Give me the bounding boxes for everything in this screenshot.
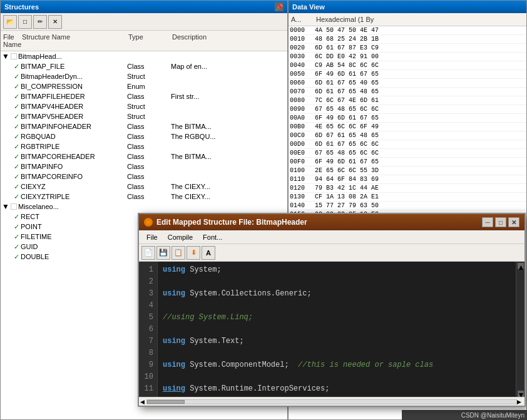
- tree-row[interactable]: ✓ BITMAPCOREINFO Class: [1, 172, 287, 182]
- row-struct-name: BITMAPV5HEADER: [19, 112, 126, 121]
- copy-button[interactable]: 📋: [171, 246, 185, 260]
- scrollbar-down[interactable]: ▼: [518, 391, 524, 397]
- data-address: 0040: [290, 62, 315, 69]
- data-row: 00F0 6F 49 6D 61 67 65: [289, 158, 526, 166]
- menu-font[interactable]: Font...: [198, 233, 227, 242]
- modal-title-left: Edit Mapped Structure File: BitmapHeader: [144, 218, 307, 227]
- check-icon: ✓: [14, 73, 19, 81]
- data-hex-values: 48 68 25 24 2B 1B: [315, 36, 525, 43]
- line-number: 6: [143, 324, 153, 335]
- row-desc: [170, 142, 287, 151]
- row-type: Class: [126, 182, 170, 191]
- code-line: [163, 324, 511, 335]
- data-hex-values: 2E 65 6C 6C 55 3D: [315, 167, 525, 174]
- modal-minimize-button[interactable]: ─: [482, 217, 493, 227]
- row-struct-name: BITMAP_FILE: [19, 62, 126, 71]
- data-hex-values: 6D 67 61 65 48 65: [315, 132, 525, 139]
- col-header-filename: File Name: [1, 32, 19, 49]
- data-hex-values: 67 65 48 65 6C 6C: [315, 106, 525, 113]
- row-struct-name: RECT: [19, 212, 126, 221]
- new-file-button[interactable]: 📄: [141, 246, 155, 260]
- line-number: 10: [143, 371, 153, 383]
- check-icon: ✓: [14, 253, 19, 261]
- tree-row[interactable]: ✓ BITMAPINFO Class: [1, 161, 287, 172]
- row-struct-name: GUID: [19, 242, 126, 251]
- menu-file[interactable]: File: [141, 233, 163, 242]
- modal-maximize-button[interactable]: □: [495, 217, 506, 227]
- tree-row[interactable]: ✓ BITMAPV5HEADER Struct: [1, 111, 287, 121]
- tree-group-BitmapHead...[interactable]: ▼ BitmapHead...: [1, 51, 287, 61]
- data-hex-values: 67 65 48 65 6C 6C: [315, 150, 525, 156]
- data-address: 0010: [290, 36, 315, 43]
- tree-row[interactable]: ✓ CIEXYZTRIPLE Class The CIEXY...: [1, 192, 287, 202]
- data-hex-values: 6D 61 67 65 40 65: [315, 79, 525, 86]
- download-button[interactable]: ⬇: [187, 246, 200, 260]
- font-button[interactable]: A: [202, 246, 215, 260]
- code-line: [163, 347, 511, 359]
- tree-row[interactable]: ✓ CIEXYZ Class The CIEXY...: [1, 182, 287, 192]
- modal-titlebar: Edit Mapped Structure File: BitmapHeader…: [139, 214, 524, 230]
- tree-row[interactable]: ✓ RGBQUAD Class The RGBQU...: [1, 131, 287, 141]
- data-row: 0040 C9 AB 54 8C 6C 6C: [289, 61, 526, 70]
- data-address: 00E0: [290, 150, 315, 156]
- menu-compile[interactable]: Compile: [163, 233, 198, 242]
- edit-button[interactable]: ✏: [33, 15, 47, 29]
- row-struct-name: RGBQUAD: [19, 132, 126, 141]
- row-struct-name: FILETIME: [19, 232, 126, 241]
- open-button[interactable]: 📂: [3, 15, 17, 29]
- check-icon: ✓: [14, 243, 19, 251]
- line-number: 9: [143, 359, 153, 371]
- row-type: Class: [126, 92, 170, 101]
- tree-row[interactable]: ✓ BITMAPINFOHEADER Class The BITMA...: [1, 121, 287, 131]
- modal-save-button[interactable]: 💾: [156, 246, 170, 260]
- data-hex-values: 6F 49 6D 61 67 65: [315, 158, 525, 165]
- pin-button[interactable]: 📌: [275, 3, 284, 11]
- row-type: Class: [126, 132, 170, 141]
- row-desc: [170, 112, 287, 121]
- code-line: using System;: [163, 264, 511, 276]
- titlebar-buttons: 📌: [275, 3, 284, 11]
- code-line: using System.Collections.Generic;: [163, 288, 511, 300]
- check-icon: ✓: [14, 233, 19, 241]
- close-button[interactable]: ✕: [48, 15, 62, 29]
- data-address: 0000: [290, 27, 315, 34]
- tree-group-Miscelaneo...[interactable]: ▼ Miscelaneo...: [1, 202, 287, 212]
- scrollbar-up[interactable]: ▲: [518, 263, 524, 269]
- tree-row[interactable]: ✓ BITMAPV4HEADER Struct: [1, 101, 287, 111]
- code-line: using System.Text;: [163, 335, 511, 347]
- code-line: using System.ComponentModel; //this is n…: [163, 359, 511, 371]
- line-number: 8: [143, 347, 153, 359]
- code-content[interactable]: using System;using System.Collections.Ge…: [158, 262, 516, 397]
- data-row: 0050 6F 49 6D 61 67 65: [289, 70, 526, 79]
- modal-close-button[interactable]: ✕: [508, 217, 519, 227]
- row-desc: [170, 172, 287, 181]
- scroll-right-button[interactable]: ▶: [517, 399, 523, 405]
- scroll-left-button[interactable]: ◀: [140, 399, 146, 405]
- data-row: 0090 67 65 48 65 6C 6C: [289, 105, 526, 114]
- save-button[interactable]: □: [18, 15, 32, 29]
- data-address: 00C0: [290, 132, 315, 139]
- modal-title: Edit Mapped Structure File: BitmapHeader: [156, 218, 307, 227]
- scroll-track[interactable]: [146, 399, 517, 404]
- modal-horizontal-scrollbar[interactable]: ◀ ▶: [139, 397, 524, 406]
- code-line: using System.Runtime.InteropServices;: [163, 383, 511, 395]
- tree-row[interactable]: ✓ RGBTRIPLE Class: [1, 141, 287, 151]
- line-number: 2: [143, 276, 153, 288]
- tree-row[interactable]: ✓ BITMAPCOREHEADER Class The BITMA...: [1, 151, 287, 161]
- scroll-thumb[interactable]: [147, 400, 185, 404]
- data-hex-values: 7C 6C 67 4E 6D 61: [315, 97, 525, 104]
- data-row: 0070 6D 61 67 65 48 65: [289, 88, 526, 96]
- data-col-hex: Hexadecimal (1 By: [314, 14, 526, 24]
- row-type: Enum: [126, 82, 170, 91]
- data-address: 0130: [290, 193, 315, 200]
- row-struct-name: DOUBLE: [19, 252, 126, 261]
- data-hex-values: 4A 50 47 50 4E 47: [315, 27, 525, 34]
- data-row: 0110 94 64 6F 84 83 69: [289, 175, 526, 184]
- tree-row[interactable]: ✓ BITMAPFILEHEDER Class First str...: [1, 91, 287, 101]
- row-desc: The CIEXY...: [170, 192, 287, 201]
- statusbar-text: CSDN @NaisituMiteyn: [461, 412, 524, 419]
- data-row: 0140 15 77 27 79 63 50: [289, 202, 526, 210]
- tree-row[interactable]: ✓ BITMAP_FILE Class Map of en...: [1, 61, 287, 71]
- tree-row[interactable]: ✓ BitmapHeaderDyn... Struct: [1, 71, 287, 81]
- tree-row[interactable]: ✓ BI_COMPRESSION Enum: [1, 81, 287, 91]
